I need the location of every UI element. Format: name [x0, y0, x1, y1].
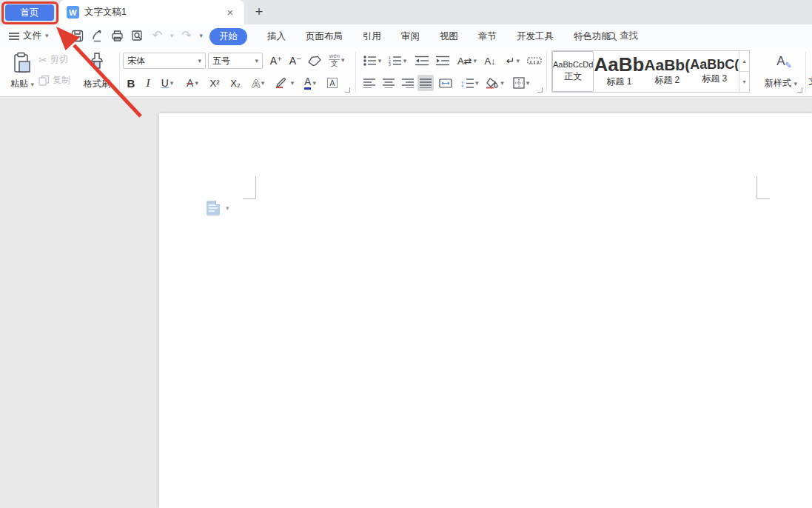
tab-view[interactable]: 视图: [440, 30, 458, 43]
file-menu-label: 文件: [23, 30, 41, 42]
file-menu-button[interactable]: 文件 ▾: [9, 28, 49, 44]
line-spacing-icon: ↕: [460, 78, 465, 89]
underline-icon: U: [161, 77, 169, 89]
numbered-list-button[interactable]: 123 ▾: [386, 53, 409, 69]
cut-button[interactable]: ✂ 剪切: [38, 53, 68, 66]
numbered-list-icon: 123: [389, 56, 402, 66]
document-tab[interactable]: W 文字文稿1 ×: [59, 0, 244, 24]
close-icon[interactable]: ×: [224, 6, 237, 19]
shading-icon: [485, 77, 499, 89]
decrease-indent-button[interactable]: [413, 53, 431, 69]
copy-button[interactable]: 复制: [38, 74, 70, 87]
find-button[interactable]: 查找: [607, 30, 638, 42]
pinyin-guide-icon: wén 文: [329, 53, 340, 67]
document-workspace: ▾: [0, 97, 812, 508]
find-label: 查找: [620, 30, 638, 42]
search-icon: [607, 31, 617, 41]
borders-icon: [513, 77, 525, 89]
subscript-button[interactable]: X₂: [227, 75, 244, 91]
tab-bar: 首页 W 文字文稿1 × +: [0, 0, 812, 24]
font-dialog-launcher[interactable]: [345, 87, 350, 93]
font-family-value: 宋体: [127, 55, 198, 67]
print-preview-button[interactable]: [130, 27, 144, 44]
borders-button[interactable]: ▾: [509, 75, 533, 91]
tab-home[interactable]: 开始: [209, 28, 247, 45]
tab-insert[interactable]: 插入: [267, 30, 286, 43]
highlighter-icon: [275, 77, 289, 89]
clear-format-button[interactable]: [306, 53, 323, 69]
character-scaling-button[interactable]: A⇄ ▾: [454, 53, 480, 69]
superscript-button[interactable]: X²: [206, 75, 224, 91]
svg-text:3: 3: [389, 62, 391, 66]
gallery-scroll-up-icon[interactable]: ▴: [739, 51, 749, 72]
font-color-button[interactable]: A ▾: [299, 75, 321, 91]
italic-button[interactable]: I: [142, 75, 154, 91]
print-button[interactable]: [110, 27, 124, 44]
group-separator: [119, 52, 120, 92]
text-effects-icon: A: [252, 77, 260, 90]
page-smart-tag[interactable]: ▾: [207, 201, 229, 215]
document-page[interactable]: ▾: [159, 113, 812, 508]
strikethrough-icon: A: [187, 77, 193, 89]
format-painter-button[interactable]: 格式刷: [78, 50, 115, 93]
menu-row: 文件 ▾ ↶ ▾ ↷ ▾ 开始 插入 页面布局 引用: [0, 24, 812, 47]
bold-button[interactable]: B: [124, 75, 138, 91]
style-heading2[interactable]: AaBb( 标题 2: [644, 51, 690, 92]
home-tab[interactable]: 首页: [5, 4, 54, 21]
style-heading1[interactable]: AaBb 标题 1: [594, 51, 644, 92]
align-right-button[interactable]: [400, 75, 416, 91]
distribute-button[interactable]: [437, 75, 454, 91]
shading-button[interactable]: ▾: [483, 75, 506, 91]
style-normal[interactable]: AaBbCcDd 正文: [552, 51, 594, 92]
chevron-down-icon: ▾: [170, 80, 174, 87]
writer-app-icon: W: [67, 6, 79, 19]
save-button[interactable]: [70, 27, 84, 44]
new-style-button[interactable]: A✎ 新样式 ▾: [759, 51, 802, 93]
gallery-scroll-down-icon[interactable]: ▾: [739, 72, 749, 92]
tab-special-features[interactable]: 特色功能: [574, 30, 611, 43]
tab-review[interactable]: 审阅: [401, 30, 420, 43]
quick-access-toolbar: ↶ ▾ ↷ ▾: [70, 27, 203, 44]
tab-sections[interactable]: 章节: [478, 30, 497, 43]
tab-references[interactable]: 引用: [363, 30, 381, 43]
chevron-down-icon: ▾: [475, 80, 479, 87]
redo-button[interactable]: ↷: [180, 27, 194, 44]
clipped-ribbon-item[interactable]: 文: [808, 76, 812, 88]
bullet-list-button[interactable]: ▾: [361, 53, 383, 69]
strikethrough-button[interactable]: A ▾: [182, 75, 203, 91]
chevron-down-icon: ▾: [291, 80, 295, 87]
chevron-down-icon: ▾: [474, 58, 477, 64]
justify-button[interactable]: [417, 75, 434, 91]
tab-stops-button[interactable]: [526, 53, 543, 69]
format-painter-icon: [88, 52, 106, 73]
text-effects-button[interactable]: A ▾: [247, 75, 269, 91]
align-left-button[interactable]: [361, 75, 378, 91]
line-spacing-button[interactable]: ↕ ▾: [457, 75, 481, 91]
group-separator: [355, 52, 356, 92]
chevron-down-icon: ▾: [261, 80, 265, 87]
paste-button[interactable]: 粘贴 ▾: [6, 50, 38, 93]
customize-toolbar-icon[interactable]: ▾: [200, 33, 204, 39]
shrink-font-button[interactable]: A⁻: [287, 53, 303, 69]
increase-indent-button[interactable]: [434, 53, 452, 69]
phonetic-guide-button[interactable]: wén 文 ▾: [326, 52, 348, 68]
undo-dropdown-icon[interactable]: ▾: [170, 33, 174, 39]
highlight-color-button[interactable]: ▾: [272, 75, 296, 91]
text-direction-button[interactable]: A↓: [481, 53, 499, 69]
new-tab-button[interactable]: +: [251, 4, 267, 20]
paragraph-dialog-launcher[interactable]: [537, 87, 543, 93]
export-pdf-button[interactable]: [90, 27, 104, 44]
font-size-select[interactable]: 五号 ▾: [208, 53, 263, 69]
font-family-select[interactable]: 宋体 ▾: [123, 53, 206, 69]
wrap-mark-button[interactable]: ↵ ▾: [502, 53, 524, 69]
character-shading-button[interactable]: A: [324, 75, 340, 91]
tab-developer[interactable]: 开发工具: [517, 30, 554, 43]
align-center-button[interactable]: [380, 75, 397, 91]
grow-font-button[interactable]: A⁺: [268, 53, 284, 69]
clipboard-icon: [13, 52, 32, 74]
undo-button[interactable]: ↶: [150, 27, 164, 44]
chevron-down-icon: ▾: [312, 80, 316, 87]
tab-page-layout[interactable]: 页面布局: [306, 30, 343, 43]
style-heading3[interactable]: AaBbC( 标题 3: [690, 51, 739, 92]
underline-button[interactable]: U ▾: [157, 75, 178, 91]
